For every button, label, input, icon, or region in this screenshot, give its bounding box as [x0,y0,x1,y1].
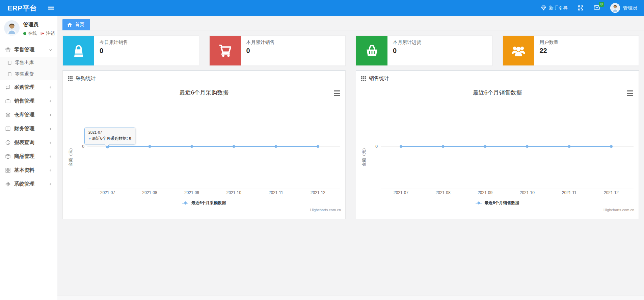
data-point-marker[interactable] [149,145,151,148]
avatar [4,20,20,36]
top-bar: ERP平台 新手引导 0 管理员 [0,0,644,16]
legend-marker-icon [476,203,482,203]
highcharts-credits-link[interactable]: Highcharts.com.cn [310,208,341,212]
stat-value: 0 [246,47,275,55]
messages-count-badge: 0 [599,2,604,7]
legend-marker-icon [182,203,188,203]
chevron-left-icon [49,127,53,131]
x-axis-label: 2021-12 [604,190,619,195]
sidebar-item-retail-return[interactable]: 零售退货 [0,69,57,80]
chart-panels-row: 采购统计 最近6个月采购数据金额（元）02021-072021-082021-0… [57,66,644,219]
sidebar-item-purchase[interactable]: 采购管理 [0,80,57,94]
legend-label: 最近6个月销售数据 [485,200,519,206]
user-menu[interactable]: 管理员 [610,3,637,13]
sidebar-item-basic-data[interactable]: 基本资料 [0,163,57,177]
x-axis-label: 2021-12 [311,190,325,195]
sidebar-item-retail[interactable]: 零售管理 [0,43,57,57]
sidebar-item-label: 零售退货 [15,71,34,77]
sidebar-item-system[interactable]: 系统管理 [0,177,57,191]
x-axis-label: 2021-08 [142,190,157,195]
data-point-marker[interactable] [400,145,402,148]
x-axis-label: 2021-11 [562,190,576,195]
sidebar: 管理员 在线 注销 零售管理 零售出库 零售退货 [0,16,57,300]
data-point-marker[interactable] [233,145,235,148]
briefcase-icon [5,98,11,104]
stat-title: 本月累计进货 [393,39,421,46]
users-icon [503,36,534,65]
tab-bar: 首页 [57,16,644,30]
x-axis-label: 2021-09 [184,190,199,195]
sidebar-item-warehouse[interactable]: 仓库管理 [0,108,57,122]
x-axis-label: 2021-07 [100,190,115,195]
data-point-marker[interactable] [317,145,319,148]
sidebar-item-label: 采购管理 [14,84,34,90]
stat-title: 今日累计销售 [100,39,128,46]
gear-icon [5,181,11,187]
page-footer [57,296,644,300]
line-chart-plot [356,84,639,219]
sidebar-item-finance[interactable]: 财务管理 [0,122,57,136]
chevron-left-icon [49,182,53,186]
sidebar-toggle-button[interactable] [48,6,54,10]
sidebar-item-goods[interactable]: 商品管理 [0,149,57,163]
chevron-left-icon [49,99,53,103]
sales-line-chart: 最近6个月销售数据金额（元）02021-072021-082021-092021… [356,84,639,219]
data-point-marker[interactable] [568,145,570,148]
avatar [610,3,620,13]
chevron-down-icon [49,48,53,52]
sidebar-item-sales[interactable]: 销售管理 [0,94,57,108]
main-content: 首页 今日累计销售 0 本月累计销售 0 [57,16,644,300]
grid-3x3-icon [361,76,366,81]
stat-title: 本月累计销售 [246,39,275,46]
sales-stats-panel: 销售统计 最近6个月销售数据金额（元）02021-072021-082021-0… [356,70,639,219]
fullscreen-icon[interactable] [578,5,584,11]
gem-icon [541,5,546,11]
sidebar-item-reports[interactable]: 报表查询 [0,136,57,149]
sidebar-item-label: 报表查询 [14,139,34,146]
stat-card-month-sales[interactable]: 本月累计销售 0 [209,35,346,66]
sidebar-user-panel: 管理员 在线 注销 [0,16,57,42]
x-axis-label: 2021-10 [520,190,535,195]
online-status-label: 在线 [28,30,37,36]
stat-value: 0 [100,47,128,55]
legend[interactable]: 最近6个月采购数据 [63,200,345,206]
x-axis-label: 2021-11 [269,190,283,195]
chevron-left-icon [49,113,53,117]
tooltip-series-dot-icon: ● [88,136,92,141]
x-axis-label: 2021-09 [478,190,492,195]
panel-header: 采购统计 [63,71,345,84]
beginner-guide-button[interactable]: 新手引导 [541,5,568,11]
tooltip-value: 0 [129,136,131,141]
stat-card-user-count[interactable]: 用户数量 22 [503,35,639,66]
box-icon [5,154,11,159]
stat-value: 22 [540,47,559,55]
messages-button[interactable]: 0 [594,5,600,11]
data-point-marker[interactable] [274,145,277,148]
sidebar-item-label: 基本资料 [14,167,34,173]
beginner-guide-label: 新手引导 [549,5,568,11]
logout-button[interactable]: 注销 [40,30,55,36]
stat-title: 用户数量 [540,39,559,46]
logout-icon [40,31,45,36]
legend[interactable]: 最近6个月销售数据 [356,200,639,206]
data-point-marker[interactable] [610,145,613,148]
sidebar-item-retail-outbound[interactable]: 零售出库 [0,57,57,69]
sidebar-username: 管理员 [23,22,55,28]
data-point-marker[interactable] [484,145,486,148]
chevron-left-icon [49,85,53,89]
gift-icon [5,47,11,53]
panel-title: 销售统计 [369,75,389,82]
data-point-marker[interactable] [442,145,445,148]
tooltip-date: 2021-07 [88,130,131,134]
tooltip-series-row: ● 最近6个月采购数据: 0 [88,136,131,141]
data-point-marker[interactable] [526,145,529,148]
stat-card-month-purchase[interactable]: 本月累计进货 0 [356,35,492,66]
stat-value: 0 [393,47,421,55]
sidebar-item-label: 仓库管理 [14,112,34,118]
sidebar-item-label: 零售出库 [15,60,34,66]
shopping-basket-icon [356,36,387,65]
data-point-marker[interactable] [190,145,193,148]
stat-card-today-sales[interactable]: 今日累计销售 0 [62,35,199,66]
tab-home[interactable]: 首页 [62,19,90,30]
highcharts-credits-link[interactable]: Highcharts.com.cn [603,208,634,212]
